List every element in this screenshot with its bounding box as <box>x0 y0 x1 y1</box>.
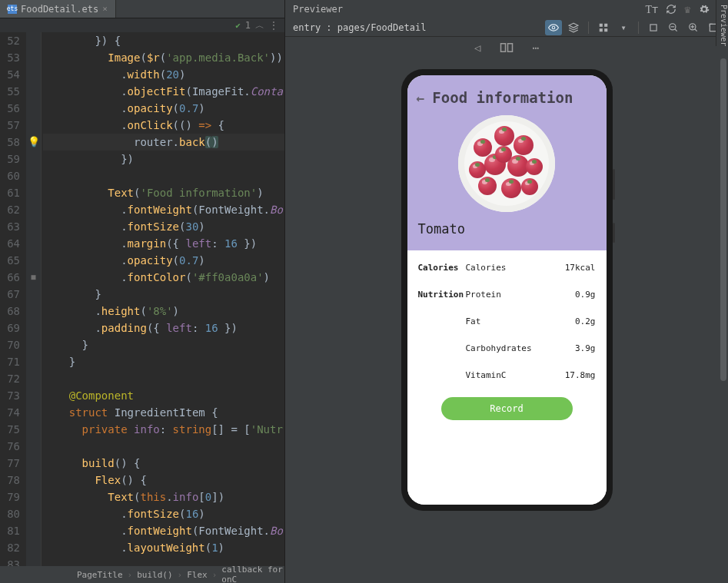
editor-status-bar: ✔ 1 ︿ ⋮ <box>0 18 284 32</box>
section-label: Nutrition <box>418 290 466 300</box>
nutrition-row: Carbohydrates 3.9g <box>418 343 596 353</box>
phone-screen[interactable]: ← Food information Tomato Calories Calor… <box>407 75 607 505</box>
nutrient-label: Fat <box>466 316 557 326</box>
nutrition-row: Nutrition Protein 0.9g <box>418 290 596 300</box>
preview-nav-controls: ◁ ⋯ <box>285 37 728 58</box>
separator <box>638 22 639 34</box>
editor-tab-bar: ets FoodDetail.ets × <box>0 0 284 18</box>
grid-icon[interactable] <box>595 20 612 35</box>
preview-route-label: entry : pages/FoodDetail <box>293 22 426 33</box>
back-icon[interactable]: ← <box>417 90 425 106</box>
preview-canvas: ← Food information Tomato Calories Calor… <box>285 58 728 583</box>
code-editor-pane: ets FoodDetail.ets × ✔ 1 ︿ ⋮ 52535455565… <box>0 0 284 583</box>
zoom-out-icon[interactable] <box>665 20 682 35</box>
font-size-icon[interactable]: Tᴛ <box>646 3 659 16</box>
svg-rect-4 <box>600 28 603 31</box>
warning-count: 1 <box>245 20 251 31</box>
more-icon[interactable]: ⋮ <box>269 20 278 31</box>
previewer-side-tab[interactable]: Previewer <box>716 0 728 46</box>
nutrition-row: Calories Calories 17kcal <box>418 263 596 273</box>
overflow-icon[interactable]: ︿ <box>255 19 264 32</box>
trophy-icon[interactable]: ♛ <box>684 3 690 15</box>
chevron-down-icon[interactable]: ▾ <box>615 20 632 35</box>
scrollbar-thumb[interactable] <box>720 58 726 381</box>
code-area[interactable]: 5253545556575859606162636465666768697071… <box>0 32 284 566</box>
svg-rect-15 <box>501 44 506 52</box>
editor-tab-fooddetail[interactable]: ets FoodDetail.ets × <box>0 0 116 18</box>
section-label <box>418 316 466 326</box>
split-view-icon[interactable] <box>497 40 516 55</box>
frame-icon[interactable] <box>645 20 662 35</box>
refresh-icon[interactable] <box>666 4 676 15</box>
nutrient-label: Carbohydrates <box>466 343 557 353</box>
preview-scrollbar[interactable] <box>720 58 726 583</box>
section-label: Calories <box>418 263 466 273</box>
nutrition-panel: Calories Calories 17kcal Nutrition Prote… <box>407 250 607 505</box>
close-tab-icon[interactable]: × <box>102 4 108 14</box>
food-name-label: Tomato <box>407 217 607 244</box>
nutrient-value: 17kcal <box>557 263 596 273</box>
nutrient-label: Protein <box>466 290 557 300</box>
svg-rect-6 <box>650 24 657 30</box>
svg-line-13 <box>695 28 697 31</box>
phone-side-button <box>613 169 615 200</box>
layers-icon[interactable] <box>565 20 582 35</box>
nutrition-row: VitaminC 17.8mg <box>418 370 596 380</box>
nutrient-value: 17.8mg <box>557 370 596 380</box>
record-button-label: Record <box>490 403 523 414</box>
previewer-header: Previewer Tᴛ ♛ — <box>285 0 728 18</box>
svg-line-9 <box>675 28 677 31</box>
record-button[interactable]: Record <box>441 397 573 420</box>
previewer-pane: Previewer Tᴛ ♛ — entry : pages/FoodDetai… <box>284 0 728 583</box>
phone-frame: ← Food information Tomato Calories Calor… <box>401 69 613 511</box>
page-title: Food information <box>432 89 573 106</box>
app-header: ← Food information Tomato <box>407 75 607 250</box>
svg-marker-1 <box>569 23 578 28</box>
eye-icon[interactable] <box>545 20 562 35</box>
zoom-in-icon[interactable] <box>685 20 702 35</box>
line-number-gutter: 5253545556575859606162636465666768697071… <box>0 32 26 566</box>
section-label <box>418 343 466 353</box>
svg-rect-3 <box>604 23 607 26</box>
gutter-icons: 💡■ <box>26 32 42 566</box>
breadcrumb[interactable]: PageTitle›build()›Flex›callback for onC <box>0 566 284 583</box>
separator <box>588 22 589 34</box>
nav-back-icon[interactable]: ◁ <box>468 40 487 55</box>
svg-rect-16 <box>508 44 513 52</box>
check-icon: ✔ <box>235 21 241 31</box>
ets-file-icon: ets <box>8 5 17 14</box>
tab-filename: FoodDetail.ets <box>21 4 98 15</box>
previewer-title: Previewer <box>293 4 343 15</box>
previewer-header-icons: Tᴛ ♛ — <box>646 3 723 16</box>
nutrient-label: VitaminC <box>466 370 557 380</box>
food-image <box>458 115 555 212</box>
nutrient-label: Calories <box>466 263 557 273</box>
nutrient-value: 0.2g <box>557 316 596 326</box>
code-text[interactable]: }) { Image($r('app.media.Back')) .width(… <box>42 32 284 566</box>
svg-rect-2 <box>600 23 603 26</box>
previewer-toolbar: entry : pages/FoodDetail ▾ <box>285 18 728 37</box>
nutrient-value: 3.9g <box>557 343 596 353</box>
nutrition-row: Fat 0.2g <box>418 316 596 326</box>
more-horizontal-icon[interactable]: ⋯ <box>527 40 545 55</box>
svg-rect-5 <box>604 28 607 31</box>
phone-side-button <box>613 223 615 243</box>
previewer-toolbar-icons: ▾ <box>545 20 722 35</box>
section-label <box>418 370 466 380</box>
svg-point-0 <box>552 26 555 29</box>
nutrient-value: 0.9g <box>557 290 596 300</box>
gear-icon[interactable] <box>699 4 710 15</box>
